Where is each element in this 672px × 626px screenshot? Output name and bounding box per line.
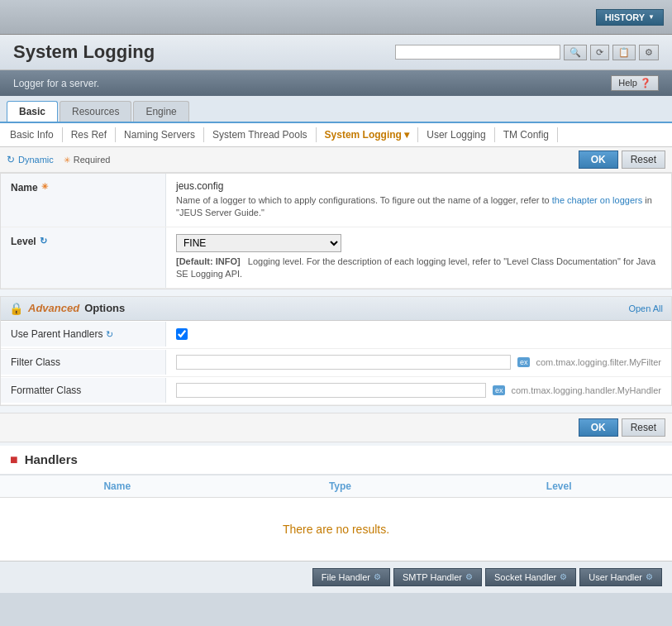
handlers-header-row: Name Type Level [0, 475, 672, 498]
use-parent-dynamic-icon: ↻ [106, 329, 113, 340]
user-handler-gear-icon: ⚙ [646, 572, 653, 581]
filter-class-hint-area: ex com.tmax.logging.filter.MyFilter [517, 357, 661, 367]
form-section: Name ✳ jeus.config Name of a logger to w… [0, 173, 672, 289]
dynamic-label: ↻ Dynamic [7, 154, 54, 165]
tab-engine[interactable]: Engine [133, 101, 188, 122]
required-star-icon: ✳ [64, 155, 70, 165]
history-label: HISTORY [605, 12, 645, 22]
no-results-row: There are no results. [0, 497, 672, 561]
subnav-res-ref[interactable]: Res Ref [63, 127, 116, 142]
history-button[interactable]: HISTORY ▼ [596, 9, 664, 26]
required-label: ✳ Required [64, 155, 111, 165]
level-row: Level ↻ FINE INFO WARNING SEVERE CONFIG … [1, 227, 671, 289]
formatter-class-hint-area: ex com.tmax.logging.handler.MyHandler [493, 385, 661, 395]
handlers-section: ■ Handlers Name Type Level There are no … [0, 446, 672, 561]
name-required-icon: ✳ [41, 182, 48, 191]
dynamic-text: Dynamic [18, 155, 54, 165]
use-parent-handlers-row: Use Parent Handlers ↻ [1, 321, 671, 349]
socket-handler-label: Socket Handler [494, 572, 556, 582]
formatter-class-input[interactable] [176, 383, 486, 398]
action-bar: ↻ Dynamic ✳ Required OK Reset [0, 147, 672, 173]
subnav-user-logging[interactable]: User Logging [418, 127, 494, 142]
tab-bar: Basic Resources Engine [0, 96, 672, 123]
level-label: Level ↻ [1, 227, 166, 288]
level-select-row: FINE INFO WARNING SEVERE CONFIG ALL OFF [176, 234, 661, 252]
no-results-cell: There are no results. [0, 497, 672, 561]
socket-handler-gear-icon: ⚙ [560, 572, 567, 581]
subnav-naming-servers[interactable]: Naming Servers [116, 127, 204, 142]
file-handler-gear-icon: ⚙ [374, 572, 381, 581]
col-type: Type [235, 475, 446, 498]
tab-resources[interactable]: Resources [60, 101, 131, 122]
col-level: Level [446, 475, 672, 498]
bottom-reset-button[interactable]: Reset [622, 418, 665, 437]
filter-class-value: ex com.tmax.logging.filter.MyFilter [166, 350, 671, 375]
ok-button[interactable]: OK [579, 151, 618, 169]
handlers-tbody: There are no results. [0, 497, 672, 561]
user-handler-label: User Handler [589, 572, 642, 582]
level-dynamic-icon: ↻ [40, 236, 47, 246]
required-text: Required [74, 155, 111, 165]
search-button[interactable]: 🔍 [564, 45, 587, 60]
handlers-icon: ■ [10, 452, 18, 467]
level-default: [Default: INFO] [176, 256, 241, 266]
filter-ex-label: ex [517, 357, 531, 367]
dynamic-icon: ↻ [7, 154, 15, 165]
search-input[interactable] [395, 45, 560, 60]
bottom-action-bar: OK Reset [0, 413, 672, 442]
handlers-thead: Name Type Level [0, 475, 672, 498]
filter-class-hint: com.tmax.logging.filter.MyFilter [536, 357, 661, 367]
advanced-icon: 🔒 [9, 302, 23, 315]
help-label: Help [618, 78, 637, 88]
subnav-system-logging[interactable]: System Logging ▾ [317, 127, 419, 142]
bottom-ok-button[interactable]: OK [579, 418, 618, 437]
main-content: Basic Resources Engine Basic Info Res Re… [0, 96, 672, 593]
socket-handler-button[interactable]: Socket Handler ⚙ [485, 568, 576, 586]
level-desc: [Default: INFO] Logging level. For the d… [176, 256, 661, 281]
action-bar-left: ↻ Dynamic ✳ Required [7, 154, 110, 165]
advanced-options-label: Options [84, 302, 125, 314]
subnav-system-thread-pools[interactable]: System Thread Pools [204, 127, 317, 142]
col-name: Name [0, 475, 235, 498]
reset-button[interactable]: Reset [622, 151, 665, 169]
name-label: Name ✳ [1, 174, 166, 227]
refresh-button[interactable]: ⟳ [590, 45, 609, 60]
file-handler-button[interactable]: File Handler ⚙ [312, 568, 390, 586]
sub-nav: Basic Info Res Ref Naming Servers System… [0, 123, 672, 147]
formatter-class-row: Formatter Class ex com.tmax.logging.hand… [1, 377, 671, 405]
handlers-header: ■ Handlers [0, 446, 672, 475]
smtp-handler-label: SMTP Handler [403, 572, 462, 582]
user-handler-button[interactable]: User Handler ⚙ [579, 568, 662, 586]
info-bar: Logger for a server. Help ❓ [0, 70, 672, 96]
config-button[interactable]: ⚙ [639, 45, 659, 60]
filter-class-input[interactable] [176, 355, 511, 370]
smtp-handler-gear-icon: ⚙ [465, 572, 473, 581]
open-all-link[interactable]: Open All [628, 303, 663, 313]
advanced-title: 🔒 Advanced Options [9, 302, 125, 315]
name-link[interactable]: the chapter on loggers [552, 195, 642, 205]
level-value-cell: FINE INFO WARNING SEVERE CONFIG ALL OFF … [166, 227, 671, 288]
page-title: System Logging [13, 41, 155, 63]
handlers-title: Handlers [25, 452, 78, 466]
smtp-handler-button[interactable]: SMTP Handler ⚙ [393, 568, 482, 586]
formatter-ex-label: ex [493, 385, 506, 395]
action-bar-right: OK Reset [579, 151, 665, 169]
subnav-basic-info[interactable]: Basic Info [7, 127, 63, 142]
history-dropdown-icon: ▼ [648, 13, 655, 21]
use-parent-checkbox[interactable] [176, 328, 188, 340]
advanced-header: 🔒 Advanced Options Open All [1, 297, 671, 321]
export-button[interactable]: 📋 [612, 45, 636, 60]
top-bar: HISTORY ▼ [0, 0, 672, 35]
advanced-italic-label: Advanced [28, 302, 79, 314]
level-select[interactable]: FINE INFO WARNING SEVERE CONFIG ALL OFF [176, 234, 341, 252]
use-parent-handlers-label: Use Parent Handlers ↻ [1, 322, 166, 346]
use-parent-checkbox-cell [176, 328, 188, 340]
name-desc: Name of a logger to which to apply confi… [176, 194, 661, 220]
formatter-class-hint: com.tmax.logging.handler.MyHandler [511, 385, 661, 395]
formatter-class-label: Formatter Class [1, 378, 166, 403]
tab-basic[interactable]: Basic [7, 101, 58, 122]
subnav-tm-config[interactable]: TM Config [495, 127, 558, 142]
help-button[interactable]: Help ❓ [611, 75, 659, 91]
name-row: Name ✳ jeus.config Name of a logger to w… [1, 174, 671, 227]
use-parent-handlers-value [166, 323, 671, 345]
